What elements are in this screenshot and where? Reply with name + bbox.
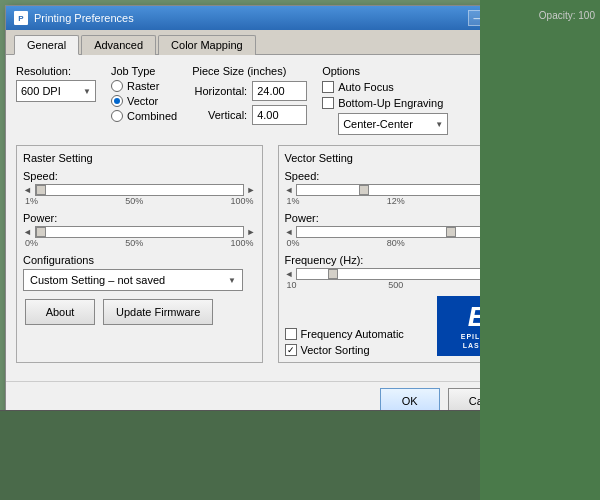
opacity-label: Opacity: 100: [539, 10, 595, 21]
job-type-label: Job Type: [111, 65, 177, 77]
vector-power-thumb: [446, 227, 456, 237]
horizontal-row: Horizontal:: [192, 81, 307, 101]
radio-vector[interactable]: Vector: [111, 95, 177, 107]
resolution-group: Resolution: 600 DPI ▼: [16, 65, 96, 135]
tab-bar: General Advanced Color Mapping: [6, 30, 534, 55]
background-panel: Opacity: 100: [480, 0, 600, 500]
bottom-toolbar: [0, 410, 480, 500]
freq-automatic-checkbox[interactable]: [285, 328, 297, 340]
configurations-dropdown[interactable]: Custom Setting – not saved ▼: [23, 269, 243, 291]
vector-power-slider[interactable]: [296, 226, 505, 238]
vector-power-left-arrow-icon[interactable]: ◄: [285, 227, 294, 237]
frequency-thumb: [328, 269, 338, 279]
job-type-group: Job Type Raster Vector Combined: [111, 65, 177, 135]
auto-focus-item[interactable]: Auto Focus: [322, 81, 448, 93]
top-section: Resolution: 600 DPI ▼ Job Type Raster Ve…: [16, 65, 524, 135]
freq-left-arrow-icon[interactable]: ◄: [285, 269, 294, 279]
bottom-up-item[interactable]: Bottom-Up Engraving: [322, 97, 448, 109]
raster-power-label: Power:: [23, 212, 256, 224]
vector-speed-left-arrow-icon[interactable]: ◄: [285, 185, 294, 195]
center-arrow-icon: ▼: [435, 120, 443, 129]
radio-combined-circle: [111, 110, 123, 122]
options-group: Options Auto Focus Bottom-Up Engraving C…: [322, 65, 448, 135]
raster-power-slider[interactable]: [35, 226, 244, 238]
resolution-arrow-icon: ▼: [83, 87, 91, 96]
vector-sorting-item[interactable]: ✓ Vector Sorting: [285, 344, 404, 356]
radio-raster[interactable]: Raster: [111, 80, 177, 92]
raster-speed-slider[interactable]: [35, 184, 244, 196]
raster-power-right-arrow-icon[interactable]: ►: [247, 227, 256, 237]
vertical-input[interactable]: [252, 105, 307, 125]
auto-focus-checkbox[interactable]: [322, 81, 334, 93]
raster-speed-left-arrow-icon[interactable]: ◄: [23, 185, 32, 195]
raster-power-left-arrow-icon[interactable]: ◄: [23, 227, 32, 237]
configurations-section: Configurations Custom Setting – not save…: [23, 254, 256, 291]
tab-general[interactable]: General: [14, 35, 79, 55]
settings-area: Raster Setting Speed: ◄ ► 1% 50% 100%: [16, 145, 524, 363]
printing-preferences-dialog: P Printing Preferences ─ □ ✕ General Adv…: [5, 5, 535, 421]
vertical-row: Vertical:: [192, 105, 307, 125]
title-bar: P Printing Preferences ─ □ ✕: [6, 6, 534, 30]
tab-color-mapping[interactable]: Color Mapping: [158, 35, 256, 55]
center-dropdown[interactable]: Center-Center ▼: [338, 113, 448, 135]
raster-power-thumb: [36, 227, 46, 237]
raster-setting-title: Raster Setting: [23, 152, 256, 164]
resolution-label: Resolution:: [16, 65, 96, 77]
tab-advanced[interactable]: Advanced: [81, 35, 156, 55]
bottom-action-buttons: About Update Firmware: [23, 299, 256, 325]
raster-setting-box: Raster Setting Speed: ◄ ► 1% 50% 100%: [16, 145, 263, 363]
vertical-label: Vertical:: [192, 109, 247, 121]
freq-automatic-item[interactable]: Frequency Automatic: [285, 328, 404, 340]
bottom-up-checkbox[interactable]: [322, 97, 334, 109]
raster-speed-right-arrow-icon[interactable]: ►: [247, 185, 256, 195]
dialog-content: Resolution: 600 DPI ▼ Job Type Raster Ve…: [6, 55, 534, 381]
about-button[interactable]: About: [25, 299, 95, 325]
radio-raster-circle: [111, 80, 123, 92]
options-label: Options: [322, 65, 448, 77]
vector-checkboxes: Frequency Automatic ✓ Vector Sorting: [285, 328, 404, 356]
vector-speed-thumb: [359, 185, 369, 195]
raster-speed-thumb: [36, 185, 46, 195]
raster-speed-row: Speed: ◄ ► 1% 50% 100%: [23, 170, 256, 206]
horizontal-label: Horizontal:: [192, 85, 247, 97]
piece-size-group: Piece Size (inches) Horizontal: Vertical…: [192, 65, 307, 135]
radio-combined[interactable]: Combined: [111, 110, 177, 122]
configurations-label: Configurations: [23, 254, 256, 266]
horizontal-input[interactable]: [252, 81, 307, 101]
vector-speed-slider[interactable]: [296, 184, 505, 196]
raster-speed-label: Speed:: [23, 170, 256, 182]
vector-sorting-checkbox[interactable]: ✓: [285, 344, 297, 356]
update-firmware-button[interactable]: Update Firmware: [103, 299, 213, 325]
dialog-icon: P: [14, 11, 28, 25]
config-arrow-icon: ▼: [228, 276, 236, 285]
radio-vector-circle: [111, 95, 123, 107]
dialog-title: Printing Preferences: [34, 12, 134, 24]
piece-size-label: Piece Size (inches): [192, 65, 307, 77]
resolution-select[interactable]: 600 DPI ▼: [16, 80, 96, 102]
frequency-slider[interactable]: [296, 268, 505, 280]
raster-power-row: Power: ◄ ► 0% 50% 100%: [23, 212, 256, 248]
